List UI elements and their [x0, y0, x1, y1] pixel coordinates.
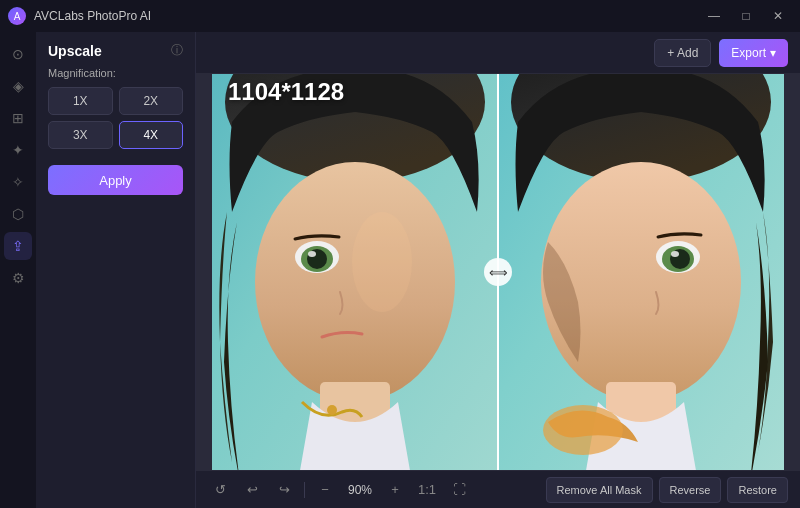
zoom-ratio: 1:1	[418, 482, 436, 497]
info-icon[interactable]: ⓘ	[171, 42, 183, 59]
settings-icon-btn[interactable]: ⚙	[4, 264, 32, 292]
resolution-label: 1104*1128	[228, 78, 344, 106]
comparison-handle[interactable]: ⟺	[484, 258, 512, 286]
main-layout: ⊙ ◈ ⊞ ✦ ✧ ⬡ ⇪ ⚙ Upscale ⓘ Magnification:…	[0, 32, 800, 508]
layers-icon-btn[interactable]: ◈	[4, 72, 32, 100]
title-bar: A AVCLabs PhotoPro AI — □ ✕	[0, 0, 800, 32]
export-button[interactable]: Export ▾	[719, 39, 788, 67]
magic-icon-btn[interactable]: ✧	[4, 168, 32, 196]
apply-button[interactable]: Apply	[48, 165, 183, 195]
svg-point-18	[543, 405, 623, 455]
upscale-icon-btn[interactable]: ⇪	[4, 232, 32, 260]
bottom-right-actions: Remove All Mask Reverse Restore	[546, 477, 788, 503]
maximize-button[interactable]: □	[732, 6, 760, 26]
content-area: + Add Export ▾ 1104*1128	[196, 32, 800, 508]
zoom-controls: ↺ ↩ ↪ − 90% + 1:1 ⛶	[208, 478, 471, 502]
separator	[304, 482, 305, 498]
zoom-out-button[interactable]: −	[313, 478, 337, 502]
zoom-fit-button[interactable]: 1:1	[415, 478, 439, 502]
icon-sidebar: ⊙ ◈ ⊞ ✦ ✧ ⬡ ⇪ ⚙	[0, 32, 36, 508]
bottom-bar: ↺ ↩ ↪ − 90% + 1:1 ⛶ Remove All Mask Reve…	[196, 470, 800, 508]
export-arrow-icon: ▾	[770, 46, 776, 60]
image-before	[212, 74, 498, 470]
image-comparison: 1104*1128	[212, 74, 784, 470]
home-icon-btn[interactable]: ⊙	[4, 40, 32, 68]
mag-2x-button[interactable]: 2X	[119, 87, 184, 115]
magnification-grid: 1X 2X 3X 4X	[48, 87, 183, 149]
panel-title: Upscale	[48, 43, 102, 59]
app-title: AVCLabs PhotoPro AI	[34, 9, 151, 23]
refresh-button[interactable]: ↺	[208, 478, 232, 502]
magnification-label: Magnification:	[48, 67, 183, 79]
window-controls: — □ ✕	[700, 6, 792, 26]
top-bar: + Add Export ▾	[196, 32, 800, 74]
upscale-panel: Upscale ⓘ Magnification: 1X 2X 3X 4X App…	[36, 32, 196, 508]
svg-point-6	[308, 251, 316, 257]
brush-icon-btn[interactable]: ⬡	[4, 200, 32, 228]
svg-point-9	[352, 212, 412, 312]
add-button[interactable]: + Add	[654, 39, 711, 67]
zoom-percent: 90%	[345, 483, 375, 497]
canvas-container: 1104*1128	[196, 74, 800, 470]
remove-mask-button[interactable]: Remove All Mask	[546, 477, 653, 503]
title-bar-left: A AVCLabs PhotoPro AI	[8, 7, 151, 25]
mag-1x-button[interactable]: 1X	[48, 87, 113, 115]
crop-icon-btn[interactable]: ⊞	[4, 104, 32, 132]
undo-button[interactable]: ↩	[240, 478, 264, 502]
close-button[interactable]: ✕	[764, 6, 792, 26]
redo-button[interactable]: ↪	[272, 478, 296, 502]
effects-icon-btn[interactable]: ✦	[4, 136, 32, 164]
panel-header: Upscale ⓘ	[36, 32, 195, 67]
mag-3x-button[interactable]: 3X	[48, 121, 113, 149]
app-icon: A	[8, 7, 26, 25]
zoom-in-button[interactable]: +	[383, 478, 407, 502]
reverse-button[interactable]: Reverse	[659, 477, 722, 503]
minimize-button[interactable]: —	[700, 6, 728, 26]
svg-point-8	[327, 405, 337, 415]
mag-4x-button[interactable]: 4X	[119, 121, 184, 149]
fullscreen-button[interactable]: ⛶	[447, 478, 471, 502]
export-label: Export	[731, 46, 766, 60]
image-after	[498, 74, 784, 470]
restore-button[interactable]: Restore	[727, 477, 788, 503]
panel-body: Magnification: 1X 2X 3X 4X Apply	[36, 67, 195, 508]
svg-point-16	[671, 251, 679, 257]
